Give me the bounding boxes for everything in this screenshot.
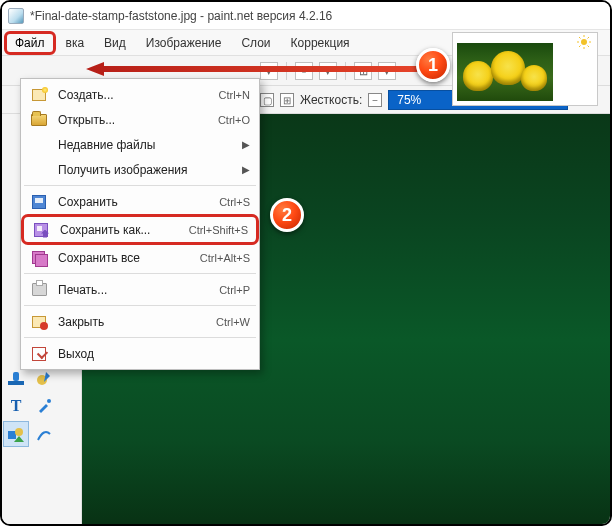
increase-icon[interactable]: ⊞ bbox=[280, 93, 294, 107]
chevron-right-icon: ▶ bbox=[242, 139, 250, 150]
menu-file[interactable]: Файл bbox=[4, 31, 56, 55]
menu-item[interactable]: Открыть...Ctrl+O bbox=[22, 107, 258, 132]
menu-item-label: Недавние файлы bbox=[58, 138, 250, 152]
svg-point-12 bbox=[47, 399, 51, 403]
menu-item-shortcut: Ctrl+N bbox=[219, 89, 250, 101]
menu-item-label: Открыть... bbox=[58, 113, 218, 127]
new-icon bbox=[30, 86, 48, 104]
menu-item[interactable]: Сохранить всеCtrl+Alt+S bbox=[22, 245, 258, 270]
grid-icon[interactable]: ⊞ bbox=[354, 62, 372, 80]
thumbnail-image bbox=[457, 43, 553, 101]
menu-item-shortcut: Ctrl+Shift+S bbox=[189, 224, 248, 236]
tool-dropdown-icon[interactable]: ▾ bbox=[260, 62, 278, 80]
menu-layers[interactable]: Слои bbox=[231, 32, 280, 54]
file-menu-dropdown: Создать...Ctrl+NОткрыть...Ctrl+OНедавние… bbox=[20, 78, 260, 370]
menu-edit[interactable]: вка bbox=[56, 32, 95, 54]
menu-item-highlighted: Сохранить как...Ctrl+Shift+S bbox=[21, 214, 259, 245]
menu-item-shortcut: Ctrl+O bbox=[218, 114, 250, 126]
picker-tool-icon[interactable] bbox=[31, 393, 57, 419]
sun-icon bbox=[577, 35, 591, 49]
menu-adjust[interactable]: Коррекция bbox=[281, 32, 360, 54]
svg-line-8 bbox=[588, 37, 590, 39]
svg-point-0 bbox=[581, 39, 587, 45]
menu-item-label: Печать... bbox=[58, 283, 219, 297]
menu-item-shortcut: Ctrl+W bbox=[216, 316, 250, 328]
menu-item-label: Выход bbox=[58, 347, 250, 361]
menu-item[interactable]: Получить изображения▶ bbox=[22, 157, 258, 182]
tool-button[interactable]: ▾ bbox=[378, 62, 396, 80]
menu-view[interactable]: Вид bbox=[94, 32, 136, 54]
menu-item-label: Создать... bbox=[58, 88, 219, 102]
saveall-icon bbox=[30, 249, 48, 267]
open-icon bbox=[30, 111, 48, 129]
menu-separator bbox=[24, 337, 256, 338]
print-icon bbox=[30, 281, 48, 299]
menu-item[interactable]: СохранитьCtrl+S bbox=[22, 189, 258, 214]
menu-item[interactable]: Выход bbox=[22, 341, 258, 366]
menu-separator bbox=[24, 185, 256, 186]
image-thumbnail-panel[interactable] bbox=[452, 32, 598, 106]
menu-item-label: Закрыть bbox=[58, 315, 216, 329]
exit-icon bbox=[30, 345, 48, 363]
save-icon bbox=[30, 193, 48, 211]
annotation-badge-1: 1 bbox=[416, 48, 450, 82]
menu-item[interactable]: Печать...Ctrl+P bbox=[22, 277, 258, 302]
blank-icon bbox=[30, 136, 48, 154]
separator bbox=[286, 62, 287, 80]
app-icon bbox=[8, 8, 24, 24]
menu-item-label: Сохранить все bbox=[58, 251, 200, 265]
menu-item-label: Сохранить как... bbox=[60, 223, 189, 237]
menu-item-shortcut: Ctrl+P bbox=[219, 284, 250, 296]
chevron-right-icon: ▶ bbox=[242, 164, 250, 175]
menu-item[interactable]: Недавние файлы▶ bbox=[22, 132, 258, 157]
menu-separator bbox=[24, 305, 256, 306]
menu-item-label: Сохранить bbox=[58, 195, 219, 209]
menu-image[interactable]: Изображение bbox=[136, 32, 232, 54]
titlebar: *Final-date-stamp-faststone.jpg - paint.… bbox=[2, 2, 610, 30]
stiffness-label: Жесткость: bbox=[300, 93, 362, 107]
svg-line-6 bbox=[588, 46, 590, 48]
text-tool-icon[interactable]: T bbox=[3, 393, 29, 419]
svg-rect-9 bbox=[8, 381, 24, 385]
menu-item[interactable]: ЗакрытьCtrl+W bbox=[22, 309, 258, 334]
minus-icon[interactable]: − bbox=[368, 93, 382, 107]
menu-separator bbox=[24, 273, 256, 274]
menu-item[interactable]: Создать...Ctrl+N bbox=[22, 82, 258, 107]
menu-item-shortcut: Ctrl+Alt+S bbox=[200, 252, 250, 264]
tool-button[interactable]: ▾ bbox=[319, 62, 337, 80]
menu-item[interactable]: Сохранить как...Ctrl+Shift+S bbox=[24, 217, 256, 242]
blank-icon bbox=[30, 161, 48, 179]
app-window: *Final-date-stamp-faststone.jpg - paint.… bbox=[0, 0, 612, 526]
svg-rect-10 bbox=[13, 372, 19, 381]
svg-point-14 bbox=[15, 428, 23, 436]
menu-item-label: Получить изображения bbox=[58, 163, 250, 177]
svg-line-5 bbox=[579, 37, 581, 39]
annotation-badge-2: 2 bbox=[270, 198, 304, 232]
line-tool-icon[interactable] bbox=[31, 421, 57, 447]
tool-button[interactable]: ▫ bbox=[295, 62, 313, 80]
menu-item-shortcut: Ctrl+S bbox=[219, 196, 250, 208]
svg-line-7 bbox=[579, 46, 581, 48]
saveas-icon bbox=[32, 221, 50, 239]
decrease-icon[interactable]: ▢ bbox=[260, 93, 274, 107]
shapes-tool-icon[interactable] bbox=[3, 421, 29, 447]
close-icon bbox=[30, 313, 48, 331]
separator bbox=[345, 62, 346, 80]
window-title: *Final-date-stamp-faststone.jpg - paint.… bbox=[30, 9, 332, 23]
svg-rect-13 bbox=[8, 431, 16, 439]
